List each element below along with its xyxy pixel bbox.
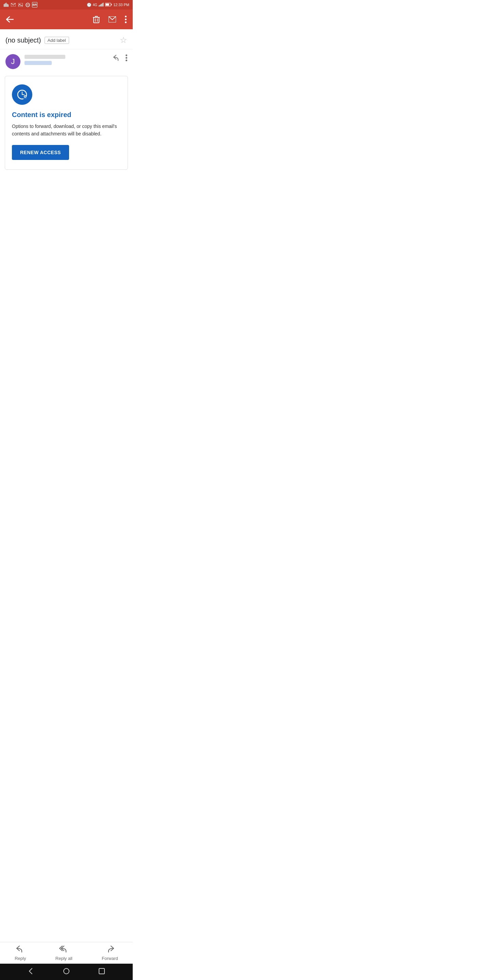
svg-point-24 bbox=[125, 19, 127, 21]
svg-point-23 bbox=[125, 16, 127, 18]
mail-status-icon bbox=[11, 2, 16, 8]
svg-point-35 bbox=[25, 98, 25, 98]
sender-name-block bbox=[24, 55, 109, 65]
minus-icon bbox=[25, 2, 30, 8]
app-bar bbox=[0, 10, 133, 29]
svg-rect-3 bbox=[7, 4, 8, 7]
expired-description: Options to forward, download, or copy th… bbox=[12, 123, 121, 137]
renew-access-button[interactable]: RENEW ACCESS bbox=[12, 145, 69, 160]
sender-email-redacted bbox=[24, 61, 52, 65]
equalizer-icon bbox=[3, 2, 9, 8]
battery-icon bbox=[105, 3, 112, 7]
sender-name-redacted bbox=[24, 55, 65, 59]
avatar: J bbox=[5, 54, 21, 69]
mark-email-button[interactable] bbox=[107, 15, 118, 24]
expired-icon-circle bbox=[12, 84, 32, 105]
svg-point-27 bbox=[126, 57, 127, 59]
svg-rect-19 bbox=[94, 18, 99, 23]
svg-point-28 bbox=[126, 60, 127, 61]
svg-rect-2 bbox=[6, 3, 6, 7]
time-display: 12:33 PM bbox=[113, 3, 129, 7]
expired-title: Content is expired bbox=[12, 111, 121, 119]
sender-row: J bbox=[0, 49, 133, 73]
add-label-button[interactable]: Add label bbox=[45, 37, 69, 44]
more-options-button[interactable] bbox=[124, 14, 128, 24]
status-icons: BR bbox=[3, 2, 37, 8]
svg-point-25 bbox=[125, 21, 127, 23]
br-icon: BR bbox=[32, 2, 37, 8]
app-bar-left bbox=[5, 15, 15, 24]
subject-title: (no subject) bbox=[5, 37, 41, 44]
svg-rect-10 bbox=[99, 5, 99, 6]
status-right: 🕐 4G 12:33 PM bbox=[87, 3, 129, 7]
svg-rect-11 bbox=[100, 5, 100, 6]
svg-rect-14 bbox=[103, 3, 103, 6]
svg-rect-1 bbox=[5, 3, 5, 7]
sender-info bbox=[24, 55, 109, 65]
app-bar-right bbox=[92, 14, 128, 24]
svg-rect-16 bbox=[111, 4, 111, 5]
star-button[interactable]: ☆ bbox=[120, 35, 127, 45]
reply-button-header[interactable] bbox=[113, 54, 121, 63]
email-more-button[interactable] bbox=[126, 54, 127, 63]
delete-button[interactable] bbox=[92, 14, 101, 24]
sender-actions bbox=[113, 54, 127, 63]
signal-icon bbox=[99, 3, 104, 7]
svg-rect-13 bbox=[102, 3, 102, 6]
alarm-icon: 🕐 bbox=[87, 3, 92, 7]
svg-rect-12 bbox=[101, 4, 102, 6]
svg-point-26 bbox=[126, 54, 127, 56]
image-status-icon bbox=[18, 2, 23, 8]
email-card: Content is expired Options to forward, d… bbox=[5, 76, 128, 170]
status-bar: BR 🕐 4G 12:33 PM bbox=[0, 0, 133, 10]
svg-rect-0 bbox=[4, 4, 5, 7]
subject-area: (no subject) Add label ☆ bbox=[0, 29, 133, 49]
back-button[interactable] bbox=[5, 15, 15, 24]
svg-rect-4 bbox=[8, 5, 8, 7]
network-icon: 4G bbox=[93, 3, 97, 7]
svg-rect-17 bbox=[105, 3, 109, 5]
subject-left: (no subject) Add label bbox=[5, 37, 69, 44]
